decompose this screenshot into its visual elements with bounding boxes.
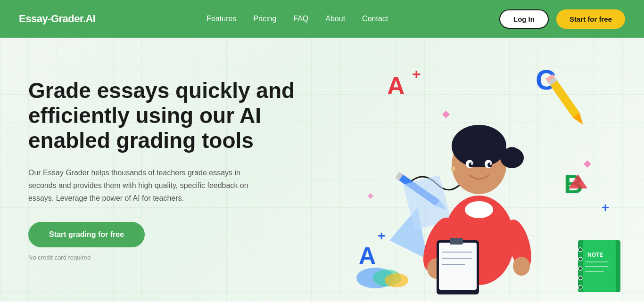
logo[interactable]: Essay-Grader.AI	[19, 13, 95, 25]
hero-description: Our Essay Grader helps thousands of teac…	[28, 166, 264, 205]
hero-section: Grade essays quickly and efficiently usi…	[0, 38, 644, 302]
hero-illustration: A + C B A + +	[314, 38, 644, 302]
svg-point-29	[469, 163, 473, 167]
svg-marker-5	[442, 111, 450, 118]
svg-text:NOTE: NOTE	[587, 252, 603, 258]
svg-point-32	[490, 163, 492, 165]
navbar: Essay-Grader.AI Features Pricing FAQ Abo…	[0, 0, 644, 38]
hero-cta-button[interactable]: Start grading for free	[28, 222, 145, 247]
svg-point-51	[578, 257, 582, 261]
nav-pricing[interactable]: Pricing	[253, 15, 276, 23]
svg-point-22	[465, 201, 493, 218]
svg-rect-37	[439, 243, 477, 290]
nav-links: Features Pricing FAQ About Contact	[206, 15, 388, 23]
svg-point-57	[385, 273, 408, 287]
svg-point-52	[578, 267, 582, 270]
svg-text:A: A	[359, 243, 376, 269]
svg-rect-41	[450, 238, 463, 245]
navbar-actions: Log In Start for free	[499, 9, 625, 29]
svg-point-50	[578, 248, 582, 252]
svg-point-31	[471, 163, 473, 165]
svg-point-43	[513, 257, 530, 276]
start-button[interactable]: Start for free	[556, 9, 625, 29]
svg-text:+: +	[602, 200, 609, 215]
svg-point-53	[578, 276, 582, 280]
nav-features[interactable]: Features	[206, 15, 236, 23]
hero-svg: A + C B A + +	[314, 38, 635, 302]
hero-credit-text: No credit card required	[28, 254, 302, 261]
hero-title: Grade essays quickly and efficiently usi…	[28, 78, 302, 153]
nav-contact[interactable]: Contact	[362, 15, 388, 23]
svg-point-30	[487, 163, 492, 167]
svg-marker-7	[584, 160, 591, 168]
svg-point-24	[452, 125, 506, 167]
svg-text:A: A	[387, 72, 405, 99]
login-button[interactable]: Log In	[499, 9, 549, 29]
nav-faq[interactable]: FAQ	[293, 15, 308, 23]
svg-text:+: +	[378, 229, 385, 243]
svg-rect-48	[585, 266, 609, 267]
svg-rect-12	[548, 78, 579, 117]
svg-text:+: +	[412, 65, 421, 82]
nav-about[interactable]: About	[325, 15, 345, 23]
svg-point-26	[504, 147, 520, 164]
hero-content: Grade essays quickly and efficiently usi…	[28, 78, 302, 261]
svg-point-33	[451, 166, 455, 171]
svg-rect-47	[585, 261, 609, 262]
svg-marker-8	[368, 193, 373, 199]
svg-point-54	[578, 286, 582, 289]
svg-rect-49	[585, 271, 604, 272]
